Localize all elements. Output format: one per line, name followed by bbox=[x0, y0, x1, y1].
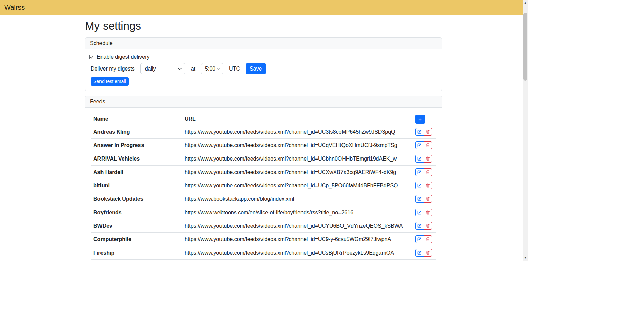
edit-feed-button[interactable] bbox=[415, 155, 424, 163]
trash-icon bbox=[426, 170, 430, 174]
trash-icon bbox=[426, 183, 430, 188]
trash-icon bbox=[426, 156, 430, 161]
feed-actions-group bbox=[415, 182, 432, 189]
schedule-card-body: Enable digest delivery Deliver my digest… bbox=[85, 49, 442, 91]
edit-feed-button[interactable] bbox=[415, 235, 424, 243]
pencil-square-icon bbox=[417, 130, 422, 134]
delete-feed-button[interactable] bbox=[424, 195, 432, 203]
navbar: Walrss bbox=[0, 0, 523, 15]
feed-actions bbox=[413, 192, 436, 206]
feed-actions bbox=[413, 166, 436, 179]
feed-row: bitluni https://www.youtube.com/feeds/vi… bbox=[91, 179, 436, 192]
feed-actions bbox=[413, 260, 436, 261]
feed-actions bbox=[413, 219, 436, 233]
feeds-table-header-row: Name URL + bbox=[91, 113, 436, 125]
trash-icon bbox=[426, 251, 430, 255]
navbar-brand[interactable]: Walrss bbox=[4, 4, 25, 11]
edit-feed-button[interactable] bbox=[415, 195, 424, 203]
feed-actions-group bbox=[415, 195, 432, 203]
feeds-table: Name URL + Andreas Kling https://www.you… bbox=[91, 113, 436, 261]
trash-icon bbox=[426, 237, 430, 241]
feed-actions bbox=[413, 206, 436, 219]
trash-icon bbox=[426, 197, 430, 201]
delete-feed-button[interactable] bbox=[424, 222, 432, 230]
feed-actions bbox=[413, 246, 436, 260]
delete-feed-button[interactable] bbox=[424, 141, 432, 149]
scrollbar[interactable]: ▲ ▼ bbox=[523, 0, 528, 261]
pencil-square-icon bbox=[417, 197, 422, 201]
delete-feed-button[interactable] bbox=[424, 182, 432, 189]
feed-actions bbox=[413, 233, 436, 246]
pencil-square-icon bbox=[417, 210, 422, 215]
feed-actions bbox=[413, 125, 436, 139]
feed-row: ARRIVAL Vehicles https://www.youtube.com… bbox=[91, 152, 436, 166]
feeds-card: Feeds Name URL + bbox=[85, 96, 442, 261]
feed-row: BWDev https://www.youtube.com/feeds/vide… bbox=[91, 219, 436, 233]
edit-feed-button[interactable] bbox=[415, 249, 424, 257]
edit-feed-button[interactable] bbox=[415, 168, 424, 176]
delete-feed-button[interactable] bbox=[424, 249, 432, 257]
time-select[interactable]: 5:00 bbox=[201, 63, 223, 74]
timezone-label: UTC bbox=[229, 66, 240, 72]
feed-actions-group bbox=[415, 128, 432, 136]
enable-digest-row: Enable digest delivery bbox=[89, 54, 436, 60]
feed-url: https://www.youtube.com/feeds/videos.xml… bbox=[182, 179, 413, 192]
frequency-select[interactable]: daily bbox=[140, 63, 185, 74]
feed-name: BWDev bbox=[91, 219, 182, 233]
feed-url: https://www.webtoons.com/en/slice-of-lif… bbox=[182, 206, 413, 219]
feeds-card-body: Name URL + Andreas Kling https://www.you… bbox=[85, 108, 442, 261]
delete-feed-button[interactable] bbox=[424, 128, 432, 136]
edit-feed-button[interactable] bbox=[415, 128, 424, 136]
feed-url: https://www.youtube.com/feeds/videos.xml… bbox=[182, 233, 413, 246]
main-container: My settings Schedule Enable digest deliv… bbox=[85, 15, 442, 261]
delete-feed-button[interactable] bbox=[424, 155, 432, 163]
enable-digest-checkbox[interactable] bbox=[89, 55, 94, 59]
feed-name: Ash Hardell bbox=[91, 166, 182, 179]
feed-url: https://www.youtube.com/feeds/videos.xml… bbox=[182, 152, 413, 166]
delete-feed-button[interactable] bbox=[424, 209, 432, 216]
browser-viewport: Walrss My settings Schedule Enable diges… bbox=[0, 0, 528, 261]
feed-url: https://www.youtube.com/feeds/videos.xml… bbox=[182, 246, 413, 260]
scrollbar-thumb[interactable] bbox=[523, 13, 527, 81]
deliver-label: Deliver my digests bbox=[91, 66, 135, 72]
edit-feed-button[interactable] bbox=[415, 141, 424, 149]
feed-actions bbox=[413, 139, 436, 152]
feed-name: Boyfriends bbox=[91, 206, 182, 219]
feed-name: bitluni bbox=[91, 179, 182, 192]
feed-actions bbox=[413, 179, 436, 192]
pencil-square-icon bbox=[417, 251, 422, 255]
feed-row: Computerphile https://www.youtube.com/fe… bbox=[91, 233, 436, 246]
feed-url: https://www.youtube.com/feeds/videos.xml… bbox=[182, 166, 413, 179]
at-label: at bbox=[191, 66, 195, 72]
page-title: My settings bbox=[85, 19, 442, 32]
edit-feed-button[interactable] bbox=[415, 209, 424, 216]
pencil-square-icon bbox=[417, 183, 422, 188]
schedule-card: Schedule Enable digest delivery Deliver … bbox=[85, 37, 442, 91]
save-button[interactable]: Save bbox=[246, 63, 266, 74]
feed-actions-group bbox=[415, 141, 432, 149]
chevron-down-icon bbox=[178, 67, 182, 71]
pencil-square-icon bbox=[417, 143, 422, 147]
enable-digest-label[interactable]: Enable digest delivery bbox=[97, 54, 150, 60]
column-header-actions: + bbox=[413, 113, 436, 125]
feed-url: https://www.youtube.com/feeds/videos.xml… bbox=[182, 139, 413, 152]
scrollbar-up-arrow-icon[interactable]: ▲ bbox=[523, 0, 528, 6]
delete-feed-button[interactable] bbox=[424, 235, 432, 243]
scrollbar-down-arrow-icon[interactable]: ▼ bbox=[523, 255, 528, 261]
feed-actions-group bbox=[415, 209, 432, 216]
feed-actions-group bbox=[415, 235, 432, 243]
feed-url: https://www.youtube.com/feeds/videos.xml… bbox=[182, 125, 413, 139]
delivery-row: Deliver my digests daily at 5:00 UTC Sav… bbox=[91, 63, 436, 74]
feed-actions-group bbox=[415, 249, 432, 257]
feed-url: https://changelog.com/gotime/feed bbox=[182, 260, 413, 261]
add-feed-button[interactable]: + bbox=[415, 115, 425, 124]
delete-feed-button[interactable] bbox=[424, 168, 432, 176]
feed-name: Go Time bbox=[91, 260, 182, 261]
send-test-email-button[interactable]: Send test email bbox=[91, 77, 129, 86]
feed-name: Bookstack Updates bbox=[91, 192, 182, 206]
edit-feed-button[interactable] bbox=[415, 182, 424, 189]
trash-icon bbox=[426, 143, 430, 147]
edit-feed-button[interactable] bbox=[415, 222, 424, 230]
feed-actions-group bbox=[415, 168, 432, 176]
frequency-value: daily bbox=[145, 66, 156, 72]
